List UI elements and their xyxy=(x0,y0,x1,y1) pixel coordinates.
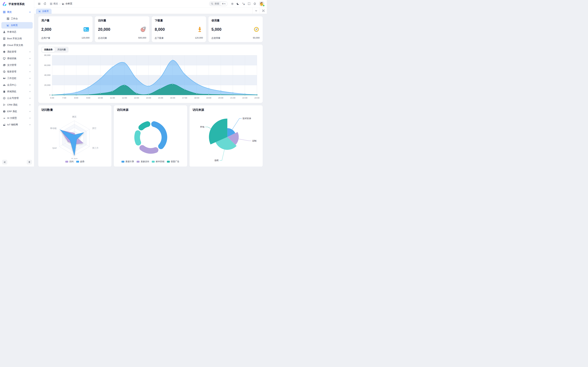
legend-item[interactable]: 联盟广告 xyxy=(167,160,179,163)
legend-item[interactable]: 直接访问 xyxy=(137,160,149,163)
sidebar-item-workflow[interactable]: 工作流程 xyxy=(1,75,33,82)
refresh-button[interactable] xyxy=(42,1,47,6)
chevron-down-icon xyxy=(29,104,31,106)
stat-card-visits: 访问量 20,000 % 总访问量 500,000 xyxy=(95,16,149,42)
svg-text:18:00: 18:00 xyxy=(194,97,199,99)
svg-text:0: 0 xyxy=(49,94,51,96)
language-button[interactable]: x A xyxy=(241,1,246,6)
sidebar-item-overview[interactable]: 概览 xyxy=(1,9,33,15)
sidebar-item-crm[interactable]: CRM 系统 xyxy=(1,102,33,108)
stat-total-value: 50,000 xyxy=(253,36,260,40)
bottom-cards: 访问数量 网页其它第三方客户端Ipad移动端 访问趋势 访问来源 搜索引擎直接访… xyxy=(38,105,263,167)
sidebar-item-iot[interactable]: IoT 物联网 xyxy=(1,121,33,128)
visit-count-card: 访问数量 网页其它第三方客户端Ipad移动端 访问趋势 xyxy=(38,105,112,167)
visit-source-donut-chart xyxy=(117,112,184,159)
chevron-down-icon xyxy=(29,117,31,119)
chevron-down-icon xyxy=(29,124,31,126)
sidebar-item-workbench[interactable]: 工作台 xyxy=(1,16,33,22)
sidebar-collapse-button[interactable] xyxy=(2,160,7,165)
sidebar-item-system[interactable]: 系统管理 xyxy=(1,49,33,55)
sidebar-item-erp[interactable]: ERP 系统 xyxy=(1,108,33,115)
svg-text:A: A xyxy=(243,3,245,5)
ai-icon: AI xyxy=(3,117,6,119)
gear-icon xyxy=(231,2,234,5)
stat-title: 访问量 xyxy=(98,19,146,22)
tab-analysis[interactable]: 分析页 xyxy=(36,9,52,14)
chevron-down-icon xyxy=(29,57,31,60)
sidebar-item-label: 工作流程 xyxy=(7,77,27,80)
chevron-down-icon xyxy=(29,84,31,86)
radar-legend: 访问趋势 xyxy=(38,160,112,163)
sidebar-item-mp[interactable]: 公众号管理 xyxy=(1,95,33,101)
app-logo[interactable]: 芋道管理系统 xyxy=(0,0,34,8)
fullscreen-button[interactable] xyxy=(247,1,252,6)
svg-text:远程: 远程 xyxy=(214,159,219,162)
sidebar-item-label: AI 大模型 xyxy=(7,117,27,120)
breadcrumb-separator: › xyxy=(60,2,61,5)
card-title: 访问数量 xyxy=(41,108,108,112)
refresh-icon xyxy=(43,2,46,5)
sidebar-item-label: 系统管理 xyxy=(7,50,27,53)
stat-total-value: 120,000 xyxy=(195,36,203,40)
sidebar-item-ai[interactable]: AIAI 大模型 xyxy=(1,115,33,121)
card-title: 访问来源 xyxy=(117,108,184,112)
download-icon xyxy=(197,26,203,33)
breadcrumb-overview[interactable]: 概览 xyxy=(50,2,58,5)
sidebar-item-mall[interactable]: 商城系统 xyxy=(1,88,33,95)
sidebar-item-author[interactable]: 作者动态 xyxy=(1,29,33,35)
breadcrumb-analysis[interactable]: 分析页 xyxy=(62,2,72,5)
erp-icon xyxy=(3,110,6,113)
sidebar-item-label: 公众号管理 xyxy=(7,97,27,100)
sidebar-item-cloud-doc[interactable]: Cloud 开发文档 xyxy=(1,42,33,49)
dark-mode-button[interactable] xyxy=(235,1,240,6)
sidebar-item-payment[interactable]: 支付管理 xyxy=(1,62,33,68)
tab-menu-button[interactable] xyxy=(252,8,260,14)
traffic-trend-card: 流量趋势 月访问量 020,00040,00060,00080,0006:007… xyxy=(38,44,263,103)
stat-value: 5,000 xyxy=(211,27,222,32)
chevron-down-icon xyxy=(29,64,31,66)
sidebar-item-boot-doc[interactable]: Boot 开发文档 xyxy=(1,35,33,42)
pie-chart-icon: % xyxy=(140,26,146,33)
grid-icon xyxy=(3,11,6,13)
legend-item[interactable]: 邮件营销 xyxy=(152,160,164,163)
chevron-down-icon xyxy=(29,70,31,73)
sidebar-item-label: IoT 物联网 xyxy=(7,123,27,126)
sidebar-item-member[interactable]: 会员中心 xyxy=(1,82,33,88)
chart-icon xyxy=(39,10,41,12)
sidebar-pin-button[interactable] xyxy=(27,160,32,165)
svg-text:20:00: 20:00 xyxy=(218,97,223,99)
content-maximize-button[interactable] xyxy=(260,8,267,14)
stat-card-users: 用户量 2,000 总用户量 120,000 xyxy=(38,16,93,42)
sidebar-item-label: 报表管理 xyxy=(7,70,27,73)
main-content: 用户量 2,000 总用户量 120,000 xyxy=(34,14,267,167)
chart-icon xyxy=(7,24,9,27)
sidebar-item-analysis[interactable]: 分析页 xyxy=(1,22,33,29)
header-actions: 搜索 ⌘ K xyxy=(209,1,264,7)
double-chevron-left-icon xyxy=(3,161,6,163)
user-avatar[interactable] xyxy=(259,1,264,7)
store-icon xyxy=(3,90,6,93)
content-column: 概览 › 分析页 搜索 ⌘ K xyxy=(34,0,267,167)
stat-total-label: 总下载量 xyxy=(155,36,164,40)
search-input[interactable]: 搜索 ⌘ K xyxy=(209,1,228,6)
svg-text:网页: 网页 xyxy=(72,116,77,118)
legend-item[interactable]: 趋势 xyxy=(76,160,84,163)
svg-text:11:00: 11:00 xyxy=(110,97,115,99)
legend-item[interactable]: 搜索引擎 xyxy=(121,160,134,163)
pin-icon xyxy=(28,161,31,163)
svg-text:13:00: 13:00 xyxy=(134,97,139,99)
tab-traffic-trend[interactable]: 流量趋势 xyxy=(42,47,55,52)
breadcrumb-label: 分析页 xyxy=(66,2,72,5)
visit-count-radar-chart: 网页其它第三方客户端Ipad移动端 xyxy=(41,112,108,159)
legend-item[interactable]: 访问 xyxy=(65,160,73,163)
copy-doc-icon xyxy=(3,44,6,47)
chevron-down-icon xyxy=(29,90,31,93)
sidebar-item-report[interactable]: 报表管理 xyxy=(1,68,33,75)
menu-toggle-button[interactable] xyxy=(37,1,42,6)
stat-card-usage: 使用量 5,000 总使用量 50,000 xyxy=(208,16,263,42)
sidebar-item-infra[interactable]: 基础设施 xyxy=(1,55,33,62)
notifications-button[interactable] xyxy=(252,1,257,6)
tab-monthly-visits[interactable]: 月访问量 xyxy=(55,47,68,52)
svg-text:7:00: 7:00 xyxy=(62,97,66,99)
settings-button[interactable] xyxy=(230,1,235,6)
